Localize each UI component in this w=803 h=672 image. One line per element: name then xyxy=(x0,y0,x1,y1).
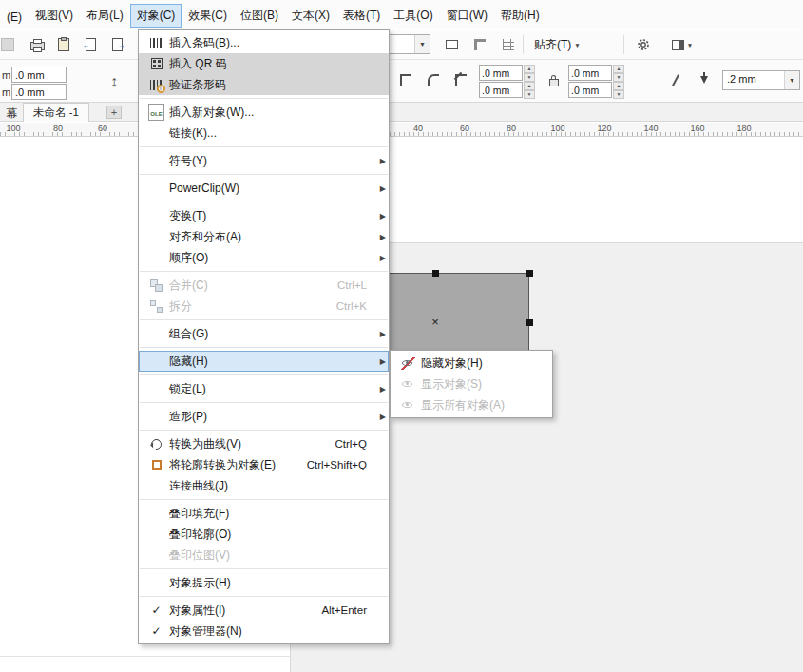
toolbar-separator xyxy=(523,35,524,54)
stepper: ▲▼ xyxy=(524,82,535,98)
stepper-up-icon[interactable]: ▲ xyxy=(524,82,535,90)
add-page-button[interactable]: + xyxy=(106,106,122,119)
paste-icon xyxy=(58,38,69,51)
stepper-down-icon[interactable]: ▼ xyxy=(613,73,624,82)
menu-separator xyxy=(140,146,388,147)
menu-item-align-distribute[interactable]: 对齐和分布(A)▶ xyxy=(139,226,389,247)
relative-corner-scaling-button[interactable] xyxy=(663,67,688,92)
menubar-item-edit-partial[interactable]: (E) xyxy=(1,8,28,27)
convert-to-curves-icon xyxy=(143,439,169,450)
outline-width-button[interactable] xyxy=(694,67,715,92)
menubar-item-layout[interactable]: 布局(L) xyxy=(81,5,129,27)
ole-object-icon xyxy=(143,104,169,121)
submenu-arrow-icon: ▶ xyxy=(374,330,386,338)
corner-radius-field[interactable] xyxy=(568,82,612,98)
menubar-item-help[interactable]: 帮助(H) xyxy=(495,5,545,27)
corner-radius-field[interactable] xyxy=(568,65,612,81)
submenu-item-show-all-objects[interactable]: 显示所有对象(A) xyxy=(391,394,552,415)
outline-width-combobox[interactable]: .2 mm ▼ xyxy=(722,70,800,90)
menu-item-label: 拆分 xyxy=(169,298,327,315)
position-y-field[interactable] xyxy=(11,84,67,100)
menubar-item-window[interactable]: 窗口(W) xyxy=(441,5,493,27)
menubar-item-effects[interactable]: 效果(C) xyxy=(182,5,233,27)
corner-radius-field[interactable] xyxy=(479,65,523,81)
paste-button[interactable] xyxy=(51,33,76,56)
menu-separator xyxy=(140,568,388,569)
stepper-down-icon[interactable]: ▼ xyxy=(524,90,535,99)
menu-item-powerclip[interactable]: PowerClip(W)▶ xyxy=(139,178,389,199)
menu-item-label: 锁定(L) xyxy=(169,381,357,397)
menubar-item-text[interactable]: 文本(X) xyxy=(286,5,335,27)
menubar-item-view[interactable]: 视图(V) xyxy=(29,5,79,27)
menu-item-order[interactable]: 顺序(O)▶ xyxy=(139,247,389,268)
corner-round-button[interactable] xyxy=(421,67,446,92)
selection-handle[interactable] xyxy=(432,270,439,277)
validate-barcode-icon xyxy=(143,80,169,90)
import-button[interactable] xyxy=(78,33,103,56)
stepper-up-icon[interactable]: ▲ xyxy=(613,82,624,90)
selection-handle[interactable] xyxy=(526,270,533,277)
stepper-down-icon[interactable]: ▼ xyxy=(613,90,624,99)
chevron-down-icon[interactable]: ▼ xyxy=(784,71,799,89)
corner-round-icon xyxy=(428,74,439,86)
menu-item-outline-to-object[interactable]: 将轮廓转换为对象(E)Ctrl+Shift+Q xyxy=(139,454,389,475)
ruler-number: 40 xyxy=(413,124,423,133)
options-button[interactable] xyxy=(631,33,656,56)
menu-item-insert-barcode[interactable]: 插入条码(B)... xyxy=(139,32,389,53)
menu-item-combine[interactable]: 合并(C)Ctrl+L xyxy=(139,275,389,296)
stepper-up-icon[interactable]: ▲ xyxy=(613,65,624,73)
menubar-item-tools[interactable]: 工具(O) xyxy=(388,5,438,27)
stepper-down-icon[interactable]: ▼ xyxy=(524,73,535,82)
menu-item-object-hinting[interactable]: 对象提示(H) xyxy=(139,572,389,593)
corner-radius-field[interactable] xyxy=(479,82,523,98)
menu-item-group[interactable]: 组合(G)▶ xyxy=(139,323,389,344)
menu-item-hide[interactable]: 隐藏(H)▶ xyxy=(139,351,389,372)
menu-item-lock[interactable]: 锁定(L)▶ xyxy=(139,378,389,399)
menu-item-links[interactable]: 链接(K)... xyxy=(139,123,389,144)
export-button[interactable] xyxy=(105,33,129,56)
menu-item-join-curves[interactable]: 连接曲线(J) xyxy=(139,475,389,496)
show-grid-button[interactable] xyxy=(496,33,521,56)
selection-handle[interactable] xyxy=(526,319,533,326)
edit-corners-together-button[interactable] xyxy=(544,67,564,92)
menu-item-convert-to-curves[interactable]: 转换为曲线(V)Ctrl+Q xyxy=(139,433,389,454)
fullscreen-preview-button[interactable] xyxy=(439,33,464,56)
submenu-arrow-icon: ▶ xyxy=(374,212,386,221)
menu-item-break-apart[interactable]: 拆分Ctrl+K xyxy=(139,296,389,317)
menu-item-symbol[interactable]: 符号(Y)▶ xyxy=(139,150,389,171)
document-tab-active[interactable]: 未命名 -1 xyxy=(23,103,89,122)
chevron-down-icon[interactable]: ▼ xyxy=(414,35,430,53)
horizontal-ruler[interactable]: 1008060406080100120140160180 xyxy=(0,123,803,137)
menu-item-object-properties[interactable]: ✓对象属性(I)Alt+Enter xyxy=(139,600,389,621)
print-button[interactable] xyxy=(25,33,49,56)
object-size-button[interactable]: ↕ xyxy=(103,67,125,96)
ruler-ticks xyxy=(0,132,803,136)
menu-item-overprint-bitmap[interactable]: 叠印位图(V) xyxy=(139,545,389,566)
insert-qr-icon xyxy=(143,58,169,69)
menu-item-insert-qr[interactable]: 插入 QR 码 xyxy=(139,53,389,74)
show-rulers-button[interactable] xyxy=(468,33,492,56)
submenu-item-hide-object[interactable]: 隐藏对象(H) xyxy=(391,353,552,374)
menu-item-overprint-outline[interactable]: 叠印轮廓(O) xyxy=(139,524,389,545)
menu-item-transform[interactable]: 变换(T)▶ xyxy=(139,205,389,226)
stepper-up-icon[interactable]: ▲ xyxy=(524,65,535,73)
submenu-item-show-object[interactable]: 显示对象(S) xyxy=(391,374,552,394)
dockers-button[interactable]: ▼ xyxy=(663,33,701,56)
corner-chamfer-button[interactable] xyxy=(449,67,473,92)
snap-to-button[interactable]: 贴齐(T) ▼ xyxy=(528,34,586,55)
show-all-objects-icon xyxy=(401,399,415,412)
menu-item-object-manager[interactable]: ✓对象管理器(N) xyxy=(139,621,389,642)
outline-width-icon xyxy=(700,76,708,84)
menu-item-label: 造形(P) xyxy=(169,409,357,425)
menu-item-insert-new-object[interactable]: 插入新对象(W)... xyxy=(139,102,389,123)
position-x-field[interactable] xyxy=(11,67,67,83)
menubar-item-table[interactable]: 表格(T) xyxy=(337,5,386,27)
menubar-item-bitmaps[interactable]: 位图(B) xyxy=(235,5,284,27)
menubar-item-object[interactable]: 对象(C) xyxy=(131,5,182,27)
menu-item-overprint-fill[interactable]: 叠印填充(F) xyxy=(139,503,389,524)
menu-item-label: 符号(Y) xyxy=(169,153,357,169)
corner-sharp-button[interactable] xyxy=(393,67,418,92)
app-fragment-button[interactable] xyxy=(0,33,20,56)
menu-item-shaping[interactable]: 造形(P)▶ xyxy=(139,406,389,427)
menu-item-validate-barcode[interactable]: 验证条形码 xyxy=(139,74,389,95)
